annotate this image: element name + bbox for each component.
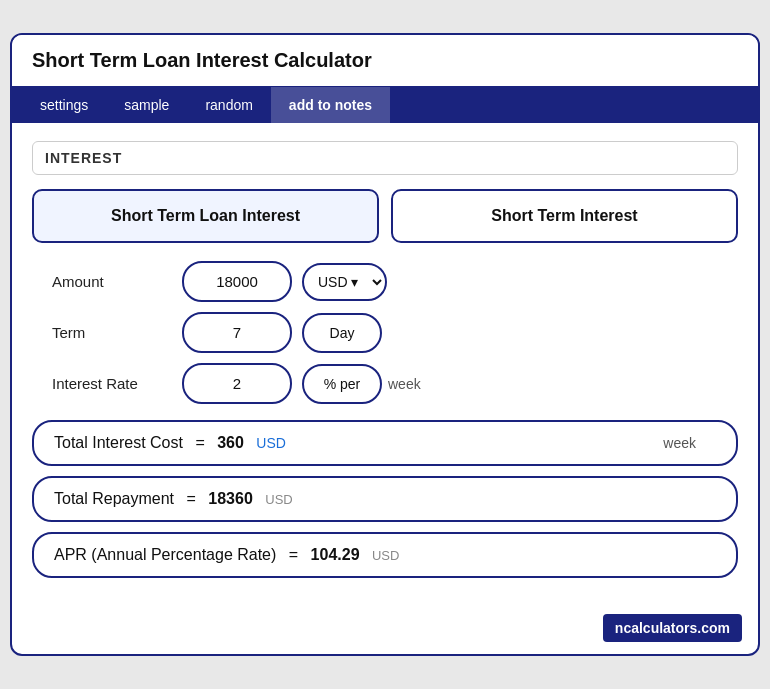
interest-unit: % per xyxy=(302,364,382,404)
interest-period: week xyxy=(388,376,421,392)
apr-label: APR (Annual Percentage Rate) xyxy=(54,546,276,564)
interest-label: Interest Rate xyxy=(32,375,172,392)
amount-row: Amount USD ▾ EUR GBP xyxy=(32,261,738,302)
term-unit: Day xyxy=(302,313,382,353)
term-row: Term Day xyxy=(32,312,738,353)
total-interest-eq: = xyxy=(195,434,204,452)
calc-tab-loan-interest[interactable]: Short Term Loan Interest xyxy=(32,189,379,243)
tab-sample[interactable]: sample xyxy=(106,87,187,123)
app-title: Short Term Loan Interest Calculator xyxy=(32,49,372,71)
total-repayment-result: Total Repayment = 18360 USD xyxy=(32,476,738,522)
total-repayment-currency: USD xyxy=(265,492,292,507)
content-area: INTEREST Short Term Loan Interest Short … xyxy=(12,123,758,606)
apr-result: APR (Annual Percentage Rate) = 104.29 US… xyxy=(32,532,738,578)
tab-bar: settings sample random add to notes xyxy=(12,87,758,123)
tab-settings[interactable]: settings xyxy=(22,87,106,123)
calculator-container: Short Term Loan Interest Calculator sett… xyxy=(10,33,760,656)
total-repayment-label: Total Repayment xyxy=(54,490,174,508)
apr-currency: USD xyxy=(372,548,399,563)
total-repayment-value: 18360 xyxy=(208,490,253,508)
apr-eq: = xyxy=(289,546,298,564)
total-interest-label: Total Interest Cost xyxy=(54,434,183,452)
apr-value: 104.29 xyxy=(311,546,360,564)
title-bar: Short Term Loan Interest Calculator xyxy=(12,35,758,87)
tab-random[interactable]: random xyxy=(187,87,270,123)
form-rows: Amount USD ▾ EUR GBP Term Day Interest R… xyxy=(32,261,738,404)
total-interest-result: Total Interest Cost = 360 USD week xyxy=(32,420,738,466)
calc-tab-row: Short Term Loan Interest Short Term Inte… xyxy=(32,189,738,243)
week-label: week xyxy=(663,435,716,451)
amount-label: Amount xyxy=(32,273,172,290)
interest-rate-row: Interest Rate % per week xyxy=(32,363,738,404)
total-repayment-eq: = xyxy=(187,490,196,508)
term-label: Term xyxy=(32,324,172,341)
total-interest-currency: USD xyxy=(256,435,286,451)
amount-input[interactable] xyxy=(182,261,292,302)
footer-brand: ncalculators.com xyxy=(12,606,758,654)
tab-add-to-notes[interactable]: add to notes xyxy=(271,87,390,123)
brand-label: ncalculators.com xyxy=(603,614,742,642)
currency-select[interactable]: USD ▾ EUR GBP xyxy=(302,263,387,301)
total-interest-value: 360 xyxy=(217,434,244,452)
calc-tab-short-interest[interactable]: Short Term Interest xyxy=(391,189,738,243)
section-label: INTEREST xyxy=(32,141,738,175)
term-input[interactable] xyxy=(182,312,292,353)
interest-input[interactable] xyxy=(182,363,292,404)
